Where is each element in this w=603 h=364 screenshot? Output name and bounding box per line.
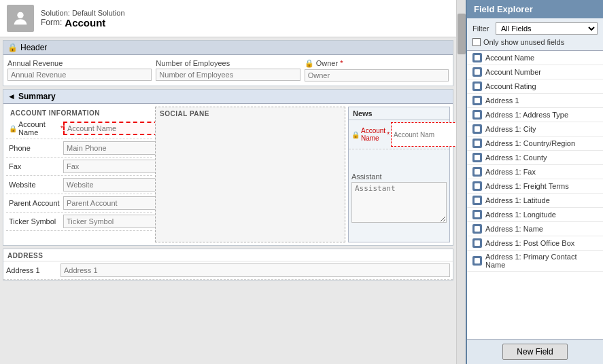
address-title: ADDRESS — [3, 249, 453, 261]
scroll-thumb[interactable] — [458, 14, 466, 54]
website-label: Website — [9, 181, 63, 189]
field-item-label: Address 1: City — [485, 125, 536, 133]
filter-row: Filter All Fields Unused Fields Required… — [467, 18, 603, 37]
lock-icon: 🔒 — [7, 43, 18, 52]
field-explorer-item[interactable]: Address 1 — [467, 94, 603, 108]
field-explorer-item[interactable]: Address 1: Freight Terms — [467, 179, 603, 194]
new-field-button[interactable]: New Field — [502, 344, 567, 360]
field-explorer-item[interactable]: Address 1: Name — [467, 222, 603, 236]
field-explorer-item[interactable]: Address 1: City — [467, 122, 603, 136]
account-info-title: ACCOUNT INFORMATION — [6, 107, 152, 118]
unused-fields-checkbox[interactable] — [472, 38, 481, 46]
field-icon — [472, 124, 482, 134]
checkbox-row: Only show unused fields — [467, 37, 603, 50]
field-explorer-header: Field Explorer — [467, 0, 603, 18]
solution-text: Solution: Default Solution — [41, 9, 125, 17]
header-fields: Annual Revenue Number of Employees 🔒 Own… — [3, 55, 453, 86]
account-info-col: ACCOUNT INFORMATION 🔒 Account Name * Pho… — [6, 107, 152, 242]
field-explorer-footer: New Field — [467, 339, 603, 364]
account-name-row: 🔒 Account Name * — [6, 118, 152, 139]
news-account-name-label: 🔒 Account Name * — [351, 127, 390, 142]
num-employees-input[interactable] — [156, 69, 300, 81]
field-icon — [472, 110, 482, 120]
social-pane-title: SOCIAL PANE — [156, 107, 345, 119]
field-explorer-item[interactable]: Account Rating — [467, 79, 603, 94]
summary-section: ◄ Summary ACCOUNT INFORMATION 🔒 Account … — [3, 89, 453, 246]
ticker-symbol-input[interactable] — [63, 215, 164, 228]
field-icon — [472, 181, 482, 191]
field-item-label: Address 1: Post Office Box — [485, 239, 574, 247]
account-name-input[interactable] — [63, 122, 165, 135]
address1-label: Address 1 — [6, 266, 61, 274]
assistant-input[interactable] — [351, 182, 447, 223]
website-row: Website — [6, 176, 152, 194]
news-col: News 🔒 Account Name * Assistant — [348, 107, 450, 242]
field-explorer-item[interactable]: Address 1: Country/Region — [467, 136, 603, 151]
account-name-label: 🔒 Account Name * — [9, 120, 63, 136]
avatar — [7, 5, 34, 32]
fax-label: Fax — [9, 162, 63, 170]
parent-account-label: Parent Account — [9, 199, 63, 207]
fax-input[interactable] — [63, 160, 164, 173]
owner-input[interactable] — [305, 69, 449, 81]
filter-select[interactable]: All Fields Unused Fields Required Fields — [496, 22, 598, 35]
field-explorer-item[interactable]: Address 1: Longitude — [467, 208, 603, 222]
parent-account-input[interactable] — [63, 196, 164, 210]
field-icon — [472, 96, 482, 105]
field-item-label: Account Number — [485, 68, 541, 76]
solution-label: Solution: — [41, 9, 70, 17]
top-header: Solution: Default Solution Form: Account — [0, 0, 456, 37]
field-explorer-item[interactable]: Address 1: Fax — [467, 165, 603, 179]
address-section: ADDRESS Address 1 — [3, 249, 453, 280]
phone-input[interactable] — [63, 141, 164, 155]
phone-label: Phone — [9, 144, 63, 152]
field-explorer-item[interactable]: Account Number — [467, 65, 603, 79]
summary-label: Summary — [18, 92, 56, 101]
owner-lock-icon: 🔒 — [305, 59, 314, 67]
news-title: News — [349, 107, 449, 120]
field-explorer-item[interactable]: Address 1: Address Type — [467, 108, 603, 122]
news-account-name-input[interactable] — [391, 122, 456, 147]
header-section-title[interactable]: 🔒 Header — [3, 41, 453, 55]
field-explorer-item[interactable]: Address 1: Latitude — [467, 194, 603, 208]
field-explorer-panel: Field Explorer Filter All Fields Unused … — [466, 0, 603, 364]
field-explorer-item[interactable]: Address 1: Post Office Box — [467, 236, 603, 251]
assistant-label: Assistant — [351, 172, 447, 181]
website-input[interactable] — [63, 178, 164, 192]
field-explorer-item[interactable]: Account Name — [467, 51, 603, 65]
form-name: Account — [65, 17, 105, 29]
address1-row: Address 1 — [3, 261, 453, 280]
address1-input[interactable] — [61, 263, 450, 277]
summary-title[interactable]: ◄ Summary — [3, 90, 453, 104]
field-explorer-item[interactable]: Address 1: County — [467, 151, 603, 165]
field-item-label: Address 1: County — [485, 153, 547, 162]
solution-name: Default Solution — [72, 9, 125, 17]
field-explorer-item[interactable]: Address 1: Primary Contact Name — [467, 251, 603, 272]
fax-row: Fax — [6, 158, 152, 176]
field-icon — [472, 67, 482, 77]
field-item-label: Address 1: Country/Region — [485, 139, 575, 147]
field-icon — [472, 53, 482, 62]
annual-revenue-input[interactable] — [7, 69, 152, 81]
field-icon — [472, 256, 482, 266]
filter-label: Filter — [472, 24, 493, 33]
header-section-label: Header — [20, 43, 47, 52]
form-row: Form: Account — [41, 17, 125, 29]
assistant-section: Assistant — [349, 170, 449, 225]
summary-content: ACCOUNT INFORMATION 🔒 Account Name * Pho… — [3, 104, 453, 245]
field-item-label: Account Name — [485, 54, 534, 62]
num-employees-label: Number of Employees — [156, 59, 300, 67]
field-item-label: Address 1: Fax — [485, 168, 536, 176]
main-area: Solution: Default Solution Form: Account… — [0, 0, 456, 364]
ticker-symbol-row: Ticker Symbol — [6, 213, 152, 231]
scrollbar[interactable] — [456, 0, 466, 364]
parent-account-row: Parent Account — [6, 194, 152, 213]
field-item-label: Address 1: Freight Terms — [485, 182, 569, 190]
owner-group: 🔒 Owner * — [305, 59, 449, 81]
checkbox-label: Only show unused fields — [483, 38, 564, 46]
ticker-symbol-label: Ticker Symbol — [9, 217, 63, 225]
field-item-label: Account Rating — [485, 82, 536, 90]
annual-revenue-group: Annual Revenue — [7, 59, 152, 81]
annual-revenue-label: Annual Revenue — [7, 59, 152, 67]
form-label: Form: — [41, 18, 62, 27]
